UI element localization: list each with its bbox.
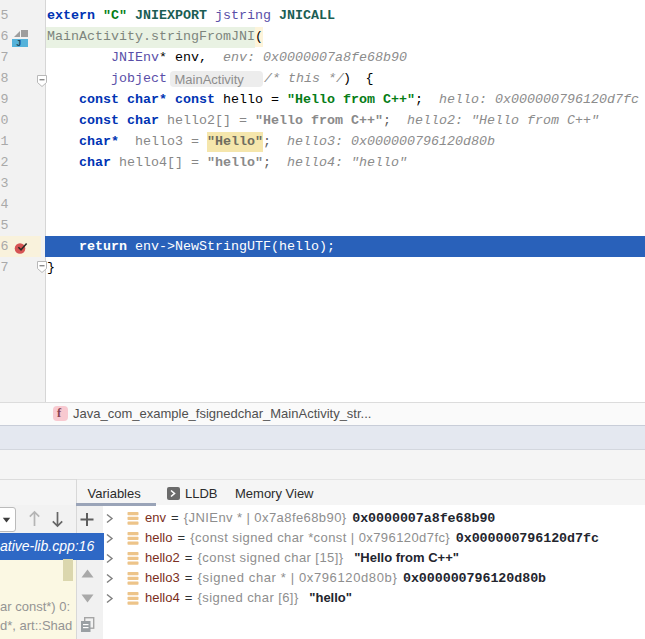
svg-text:J: J (16, 39, 21, 47)
